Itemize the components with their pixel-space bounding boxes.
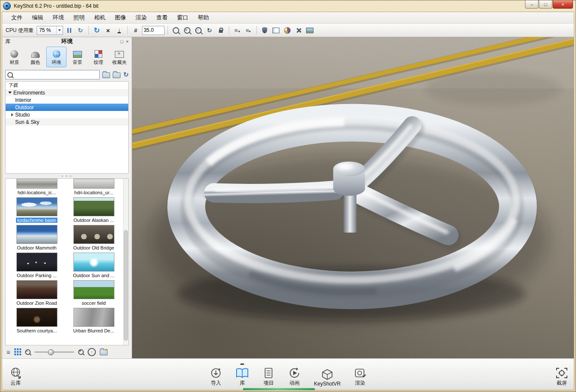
zoom-in-icon[interactable]: +: [78, 349, 84, 355]
env-thumbnail-image[interactable]: [16, 179, 57, 189]
env-thumbnail-image[interactable]: [73, 197, 114, 216]
menu-file[interactable]: 文件: [6, 12, 27, 23]
dock-render[interactable]: 渲染: [354, 367, 367, 387]
refresh-library-icon[interactable]: ↻: [123, 71, 129, 79]
dock-import[interactable]: 导入: [209, 367, 222, 387]
tab-favorites[interactable]: 收藏夹: [109, 47, 130, 67]
tree-item-sunsky[interactable]: Sun & Sky: [6, 118, 128, 126]
perspective-grid-button[interactable]: #: [131, 25, 141, 35]
env-thumbnail[interactable]: hdri-locations_ur...: [65, 179, 122, 195]
tree-item-outdoor[interactable]: Outdoor: [6, 104, 128, 111]
render-viewport[interactable]: [132, 37, 574, 358]
tree-root-download[interactable]: 下载: [6, 82, 128, 89]
slideshow-button[interactable]: [305, 25, 315, 35]
search-box[interactable]: [5, 70, 100, 79]
download-button[interactable]: ↓: [114, 25, 124, 35]
expander-closed-icon[interactable]: [11, 113, 13, 117]
env-thumbnail[interactable]: Outdoor Old Bridge: [65, 225, 122, 250]
material-paint-button[interactable]: [282, 25, 292, 35]
env-thumbnail-selected[interactable]: kodachrome basin: [8, 197, 65, 223]
tree-item-environments[interactable]: Environments: [6, 89, 128, 96]
list-view-icon[interactable]: ≡: [6, 348, 10, 356]
env-thumbnail-image[interactable]: [73, 280, 114, 299]
close-button[interactable]: ×: [553, 0, 573, 9]
thumbnail-scrollbar[interactable]: [123, 179, 128, 345]
env-thumbnail-image[interactable]: [73, 253, 114, 272]
env-thumbnail[interactable]: soccer field: [65, 280, 122, 306]
upload-icon[interactable]: ↑: [88, 348, 96, 356]
env-thumbnail[interactable]: Outdoor Zion Road: [8, 280, 65, 306]
env-thumbnail-image[interactable]: [16, 280, 57, 299]
safe-frame-button[interactable]: [260, 25, 270, 35]
menu-edit[interactable]: 编辑: [27, 12, 48, 23]
expander-open-icon[interactable]: [8, 92, 12, 94]
env-thumbnail-image[interactable]: [16, 197, 57, 216]
zoom-out-icon[interactable]: –: [25, 349, 31, 355]
tree-item-interior[interactable]: Interior: [6, 96, 128, 104]
dock-animation[interactable]: 动画: [288, 367, 301, 387]
title-bar[interactable]: KeyShot 6.2 Pro - untitled.bip - 64 bit …: [0, 0, 576, 12]
menu-image[interactable]: 图像: [110, 12, 131, 23]
env-thumbnail[interactable]: Outdoor Parking ...: [8, 253, 65, 278]
cpu-usage-combo[interactable]: 75 %: [37, 26, 63, 35]
minimize-button[interactable]: –: [525, 0, 538, 9]
tab-colors[interactable]: 颜色: [25, 47, 46, 67]
env-thumbnail[interactable]: Outdoor Alaskan ...: [65, 197, 122, 223]
env-thumbnail[interactable]: Outdoor Mammoth: [8, 225, 65, 250]
dock-project[interactable]: 项目: [262, 367, 275, 387]
lock-camera-button[interactable]: [216, 25, 226, 35]
tab-materials[interactable]: 材质: [4, 47, 25, 67]
env-thumbnail[interactable]: Urban Blurred De...: [65, 308, 122, 333]
tab-backplates[interactable]: 背景: [67, 47, 88, 67]
pause-render-button[interactable]: [64, 25, 74, 35]
add-folder-icon[interactable]: [102, 73, 110, 78]
env-thumbnail-image[interactable]: [16, 308, 57, 327]
favorite-folder-icon[interactable]: [100, 350, 108, 355]
menu-view[interactable]: 查看: [152, 12, 172, 23]
env-thumbnail-image[interactable]: [16, 253, 57, 272]
dock-keyshotvr[interactable]: KeyShotVR: [314, 368, 341, 387]
focal-length-input[interactable]: [142, 26, 165, 35]
library-title-bar[interactable]: 库 环境 □ ×: [2, 37, 132, 46]
maximize-button[interactable]: □: [539, 0, 552, 9]
pan-tool-button[interactable]: +: [182, 25, 192, 35]
tree-item-studio[interactable]: Studio: [6, 111, 128, 118]
tab-environments[interactable]: 环境: [46, 47, 66, 67]
clear-scene-button[interactable]: ×: [103, 25, 113, 35]
menu-render[interactable]: 渲染: [131, 12, 152, 23]
env-thumbnail-image[interactable]: [73, 308, 114, 327]
env-thumbnail[interactable]: Southern courtya...: [8, 308, 65, 333]
orbit-tool-button[interactable]: ↻: [205, 25, 215, 35]
scrollbar-thumb[interactable]: [124, 230, 128, 341]
grid-view-icon[interactable]: [14, 348, 16, 350]
menu-lighting[interactable]: 照明: [69, 12, 89, 23]
dock-library[interactable]: 库: [235, 367, 249, 387]
tab-textures[interactable]: 纹理: [89, 47, 109, 67]
browse-folder-icon[interactable]: [113, 73, 120, 78]
env-thumbnail-image[interactable]: [73, 179, 114, 189]
zoom-tool-button[interactable]: [171, 25, 181, 35]
menu-help[interactable]: 帮助: [193, 12, 214, 23]
env-thumbnail[interactable]: hdri-locations_ic...: [8, 179, 65, 195]
add-geometry-button[interactable]: ≡◂: [232, 25, 242, 35]
tools-button[interactable]: [294, 25, 304, 35]
menu-environment[interactable]: 环境: [48, 12, 69, 23]
search-input[interactable]: [15, 71, 98, 78]
toggle-realtime-button[interactable]: ↻: [76, 25, 85, 35]
env-thumbnail[interactable]: Outdoor Sun and ...: [65, 253, 122, 278]
show-panels-button[interactable]: [271, 25, 281, 35]
menu-window[interactable]: 窗口: [172, 12, 193, 23]
refresh-render-button[interactable]: ↻: [92, 25, 102, 35]
panel-float-icon[interactable]: □: [120, 39, 123, 44]
add-view-button[interactable]: ≡▸: [244, 25, 253, 35]
env-thumbnail-image[interactable]: [73, 225, 114, 244]
menu-camera[interactable]: 相机: [89, 12, 110, 23]
panel-splitter[interactable]: • • •: [2, 174, 132, 178]
dolly-tool-button[interactable]: □: [193, 25, 203, 35]
dock-cloud-library[interactable]: 云库: [9, 367, 22, 387]
slider-knob[interactable]: [48, 349, 54, 355]
env-thumbnail-image[interactable]: [16, 225, 57, 244]
thumbnail-size-slider[interactable]: [35, 351, 74, 353]
panel-close-icon[interactable]: ×: [126, 39, 129, 44]
dock-screenshot[interactable]: 截屏: [555, 367, 569, 387]
